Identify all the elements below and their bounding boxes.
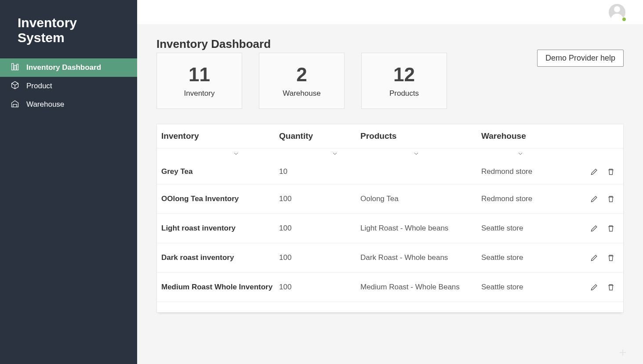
svg-rect-0	[12, 63, 14, 70]
sidebar-item-label: Warehouse	[26, 100, 64, 109]
cell-quantity: 100	[279, 283, 360, 292]
trash-icon	[607, 226, 615, 234]
sidebar-item-warehouse[interactable]: Warehouse	[0, 95, 137, 114]
plus-icon	[618, 346, 628, 360]
cell-quantity: 100	[279, 195, 360, 203]
cell-product: Oolong Tea	[360, 195, 481, 203]
edit-button[interactable]	[590, 253, 599, 262]
trash-icon	[607, 197, 615, 205]
filter-warehouse[interactable]	[481, 150, 580, 159]
stat-value: 11	[189, 64, 210, 86]
add-button[interactable]	[616, 346, 630, 360]
delete-button[interactable]	[607, 224, 615, 233]
delete-button[interactable]	[607, 167, 615, 176]
svg-rect-2	[17, 64, 18, 70]
stat-label: Products	[389, 89, 419, 98]
table-row[interactable]: Light roast inventory 100 Light Roast - …	[157, 214, 623, 243]
sidebar-item-label: Inventory Dashboard	[26, 63, 101, 72]
trash-icon	[607, 285, 615, 293]
edit-button[interactable]	[590, 224, 599, 233]
cell-inventory: Dark roast inventory	[161, 253, 279, 262]
sidebar: Inventory System Inventory Dashboard Pro…	[0, 0, 137, 364]
filter-inventory[interactable]	[161, 150, 279, 159]
stat-value: 2	[296, 64, 307, 86]
sidebar-item-inventory-dashboard[interactable]: Inventory Dashboard	[0, 58, 137, 77]
cell-inventory: Grey Tea	[161, 167, 279, 176]
cell-warehouse: Seattle store	[481, 283, 580, 292]
cell-actions	[580, 167, 619, 176]
col-header-inventory[interactable]: Inventory	[161, 131, 279, 141]
cell-warehouse: Seattle store	[481, 224, 580, 233]
edit-button[interactable]	[590, 195, 599, 203]
dashboard-icon	[11, 62, 19, 73]
table-filter-row	[157, 148, 623, 159]
delete-button[interactable]	[607, 253, 615, 262]
edit-button[interactable]	[590, 167, 599, 176]
cell-inventory: Medium Roast Whole Inventory	[161, 283, 279, 292]
cell-product: Medium Roast - Whole Beans	[360, 283, 481, 292]
cell-actions	[580, 195, 619, 203]
table-row[interactable]: Medium Roast Whole Inventory 100 Medium …	[157, 273, 623, 302]
presence-indicator	[622, 17, 626, 22]
cell-quantity: 100	[279, 253, 360, 262]
trash-icon	[607, 169, 615, 178]
chevron-down-icon	[232, 150, 240, 159]
cell-inventory: OOlong Tea Inventory	[161, 195, 279, 203]
app-title: Inventory System	[0, 0, 137, 58]
col-header-quantity[interactable]: Quantity	[279, 131, 360, 141]
cell-quantity: 10	[279, 167, 360, 176]
col-header-products[interactable]: Products	[360, 131, 481, 141]
stat-label: Inventory	[184, 89, 215, 98]
box-icon	[11, 81, 19, 92]
page-title: Inventory Dashboard	[156, 37, 447, 51]
table-row[interactable]: French Vanilla Inventory 100 French Vani…	[157, 302, 623, 312]
stat-card-warehouse[interactable]: 2 Warehouse	[259, 53, 345, 109]
cell-warehouse: Redmond store	[481, 195, 580, 203]
page-header: Inventory Dashboard 11 Inventory 2 Wareh…	[156, 37, 624, 124]
pencil-icon	[590, 256, 599, 264]
pencil-icon	[590, 226, 599, 234]
cell-actions	[580, 253, 619, 262]
avatar[interactable]	[609, 4, 625, 21]
cell-actions	[580, 283, 619, 292]
svg-rect-1	[14, 65, 16, 70]
cell-actions	[580, 224, 619, 233]
table-row[interactable]: Dark roast inventory 100 Dark Roast - Wh…	[157, 243, 623, 273]
pencil-icon	[590, 197, 599, 205]
cell-product: Light Roast - Whole beans	[360, 224, 481, 233]
col-header-warehouse[interactable]: Warehouse	[481, 131, 580, 141]
table-row[interactable]: OOlong Tea Inventory 100 Oolong Tea Redm…	[157, 184, 623, 214]
cell-product: Dark Roast - Whole beans	[360, 253, 481, 262]
delete-button[interactable]	[607, 283, 615, 292]
page-content: Inventory Dashboard 11 Inventory 2 Wareh…	[137, 24, 643, 364]
pencil-icon	[590, 169, 599, 178]
sidebar-item-label: Product	[26, 82, 52, 90]
delete-button[interactable]	[607, 195, 615, 203]
stat-value: 12	[393, 64, 415, 86]
edit-button[interactable]	[590, 283, 599, 292]
inventory-table: Inventory Quantity Products Warehouse Gr…	[156, 124, 624, 313]
pencil-icon	[590, 285, 599, 293]
cell-inventory: Light roast inventory	[161, 224, 279, 233]
table-header: Inventory Quantity Products Warehouse	[157, 124, 623, 148]
topbar	[137, 0, 643, 24]
stats-row: 11 Inventory 2 Warehouse 12 Products	[156, 53, 447, 109]
filter-products[interactable]	[360, 150, 481, 159]
warehouse-icon	[11, 99, 19, 110]
chevron-down-icon	[331, 150, 338, 159]
nav-list: Inventory Dashboard Product Warehouse	[0, 58, 137, 114]
filter-quantity[interactable]	[279, 150, 360, 159]
sidebar-item-product[interactable]: Product	[0, 77, 137, 95]
demo-provider-help-button[interactable]: Demo Provider help	[537, 50, 624, 67]
cell-warehouse: Redmond store	[481, 167, 580, 176]
chevron-down-icon	[413, 150, 420, 159]
stat-card-products[interactable]: 12 Products	[361, 53, 447, 109]
chevron-down-icon	[517, 150, 524, 159]
table-body: Grey Tea 10 Redmond store OOlong Tea Inv…	[157, 159, 623, 312]
stat-label: Warehouse	[283, 89, 320, 98]
table-row[interactable]: Grey Tea 10 Redmond store	[157, 159, 623, 184]
stat-card-inventory[interactable]: 11 Inventory	[156, 53, 242, 109]
trash-icon	[607, 256, 615, 264]
cell-quantity: 100	[279, 224, 360, 233]
main: Inventory Dashboard 11 Inventory 2 Wareh…	[137, 0, 643, 364]
